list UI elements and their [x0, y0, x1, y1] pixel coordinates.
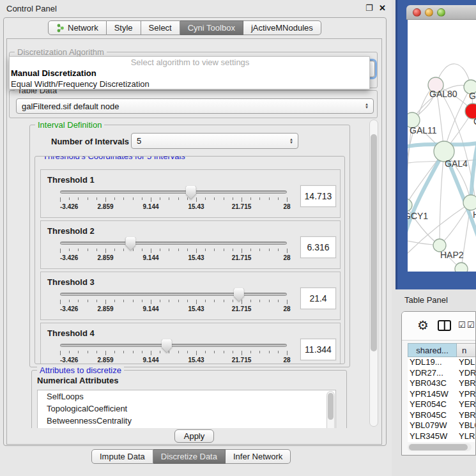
tick-label: 2.859: [97, 254, 113, 261]
tick-label: 2.859: [97, 357, 113, 364]
tick-mark: [123, 249, 124, 251]
table-row[interactable]: YBR045CYBR0: [408, 410, 476, 421]
attributes-scrollbar[interactable]: [326, 391, 335, 428]
threshold-slider[interactable]: [60, 242, 287, 245]
tab-style[interactable]: Style: [107, 20, 141, 35]
tick-mark: [123, 351, 124, 353]
tick-mark: [278, 300, 279, 302]
tab-impute-data[interactable]: Impute Data: [91, 449, 153, 464]
network-graph[interactable]: GAL80GACGAL11GAL4GCY1HHAP2: [408, 20, 476, 272]
tick-mark: [142, 351, 142, 353]
column-header-name[interactable]: n: [457, 343, 476, 357]
attribute-list-item[interactable]: SelfLoops: [38, 390, 335, 403]
dropdown-placeholder-item[interactable]: Select algorithm to view settings: [10, 57, 369, 68]
network-icon: [56, 24, 65, 33]
numerical-attributes-list[interactable]: SelfLoopsTopologicalCoefficientBetweenne…: [37, 390, 336, 428]
close-icon[interactable]: ✕: [379, 3, 386, 13]
table-row[interactable]: YDL19...YDL1: [408, 357, 476, 368]
network-node[interactable]: [408, 199, 412, 211]
tick-mark: [69, 300, 70, 302]
tick-mark: [78, 249, 79, 251]
table-row[interactable]: YBL079WYBL0: [408, 420, 476, 431]
tick-mark: [205, 197, 206, 200]
tab-label: Impute Data: [100, 452, 145, 461]
tick-mark: [123, 197, 124, 200]
tick-mark: [78, 351, 79, 353]
network-edge[interactable]: [440, 151, 444, 245]
column-header-shared-name[interactable]: shared...: [408, 343, 457, 357]
tick-mark: [278, 249, 279, 251]
threshold-slider[interactable]: [60, 344, 287, 347]
cell-name: YBL0: [457, 420, 476, 431]
threshold-slider[interactable]: [60, 293, 287, 296]
attributes-groupbox: Attributes to discretize Numerical Attri…: [31, 370, 347, 428]
table-row[interactable]: YDR27...YDR2: [408, 368, 476, 379]
threshold-slider[interactable]: [60, 190, 287, 194]
tab-select[interactable]: Select: [141, 20, 180, 35]
tab-discretize-data[interactable]: Discretize Data: [153, 449, 226, 464]
tick-label: 28: [283, 305, 290, 312]
cell-shared-name: YIL052C: [408, 441, 457, 442]
attribute-list-item[interactable]: TopologicalCoefficient: [38, 403, 335, 415]
tick-label: 28: [283, 203, 290, 210]
table-hscrollbar[interactable]: [408, 443, 472, 451]
attribute-list-item[interactable]: BetweennessCentrality: [38, 415, 335, 427]
gear-icon[interactable]: ⚙: [417, 318, 429, 333]
scrollbar-thumb[interactable]: [409, 444, 468, 450]
tab-network[interactable]: Network: [48, 20, 107, 35]
tick-mark: [88, 351, 88, 353]
apply-button[interactable]: Apply: [174, 429, 214, 443]
tab-infer-network[interactable]: Infer Network: [226, 449, 291, 464]
tick-mark: [233, 249, 233, 251]
network-node-label: H: [473, 210, 476, 220]
table-row[interactable]: YIL052CYIL0: [408, 441, 476, 442]
tick-label: -3.426: [60, 203, 78, 210]
dropdown-item-equal-width[interactable]: Equal Width/Frequency Discretization: [10, 79, 369, 89]
threshold-value-field[interactable]: 21.4: [300, 288, 336, 309]
tick-mark: [214, 197, 215, 200]
threshold-value-field[interactable]: 6.316: [300, 236, 336, 258]
checkbox-icon[interactable]: ☑: [467, 320, 475, 330]
threshold-label: Threshold 3: [47, 277, 95, 287]
tick-mark: [287, 249, 288, 253]
tab-label: Cyni Toolbox: [188, 23, 235, 33]
table-data-combobox[interactable]: galFiltered.sif default node ▲▼: [16, 98, 374, 114]
tick-mark: [142, 197, 142, 200]
network-window-titlebar[interactable]: [406, 5, 476, 20]
table-row[interactable]: YPR145WYPR1: [408, 389, 476, 400]
tick-mark: [169, 249, 169, 251]
settings-scrollbar[interactable]: [369, 119, 378, 427]
dropdown-item-manual-discretization[interactable]: Manual Discretization: [10, 68, 369, 79]
checkbox-icon[interactable]: ☑: [458, 320, 466, 330]
network-node[interactable]: [455, 263, 468, 272]
network-view-panel: GAL80GACGAL11GAL4GCY1HHAP2: [395, 0, 476, 289]
numerical-attributes-label: Numerical Attributes: [37, 376, 118, 385]
threshold-value-field[interactable]: 11.344: [300, 339, 336, 360]
cell-shared-name: YLR345W: [408, 431, 457, 442]
float-icon[interactable]: ❐: [365, 3, 373, 13]
table-row[interactable]: YBR043CYBR0: [408, 378, 476, 389]
network-edge-thick[interactable]: [471, 142, 476, 203]
tick-mark: [187, 300, 188, 302]
tab-cyni-toolbox[interactable]: Cyni Toolbox: [180, 20, 243, 35]
table-row[interactable]: YLR345WYLR3: [408, 431, 476, 442]
scrollbar-thumb[interactable]: [371, 134, 377, 351]
network-canvas[interactable]: GAL80GACGAL11GAL4GCY1HHAP2: [408, 20, 476, 272]
threshold-value-field[interactable]: 14.713: [300, 185, 336, 207]
num-intervals-combobox[interactable]: 5 ▲▼: [131, 133, 298, 149]
network-node[interactable]: [463, 195, 476, 210]
tab-label: Network: [68, 23, 98, 33]
tick-mark: [205, 351, 206, 353]
tab-jactivemnodules[interactable]: jActiveMNodules: [243, 20, 321, 35]
threshold-row: Threshold 1-3.4262.8599.14415.4321.71528…: [40, 169, 341, 218]
columns-icon[interactable]: [438, 320, 451, 331]
scrollbar-thumb[interactable]: [328, 393, 334, 420]
table-row[interactable]: YER054CYER0: [408, 399, 476, 410]
close-window-icon[interactable]: [413, 8, 421, 17]
tick-mark: [242, 300, 242, 304]
tick-mark: [88, 197, 88, 200]
interval-group-title: Interval Definition: [35, 120, 104, 130]
tick-mark: [278, 351, 279, 353]
minimize-window-icon[interactable]: [425, 8, 433, 17]
zoom-window-icon[interactable]: [437, 8, 445, 17]
